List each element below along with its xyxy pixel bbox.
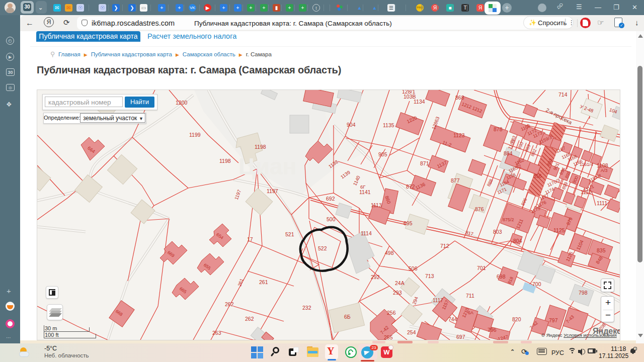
svg-text:796: 796 — [488, 327, 497, 333]
svg-text:1141: 1141 — [359, 189, 371, 195]
svg-text:254: 254 — [407, 329, 416, 335]
svg-text:262: 262 — [225, 301, 234, 307]
svg-text:232: 232 — [302, 305, 311, 311]
svg-text:820: 820 — [512, 316, 521, 322]
svg-text:262: 262 — [245, 316, 254, 322]
svg-text:713: 713 — [425, 273, 434, 279]
svg-text:803: 803 — [493, 229, 502, 235]
svg-text:714: 714 — [558, 92, 568, 98]
svg-text:1198: 1198 — [255, 144, 266, 150]
svg-text:700: 700 — [532, 281, 541, 287]
svg-text:1123: 1123 — [453, 132, 465, 138]
svg-text:1135: 1135 — [383, 122, 394, 128]
svg-text:698: 698 — [497, 274, 506, 280]
svg-text:1114: 1114 — [361, 230, 372, 236]
svg-text:871: 871 — [420, 160, 429, 166]
svg-text:695: 695 — [404, 220, 413, 226]
svg-text:712: 712 — [440, 243, 449, 249]
svg-text:24А: 24А — [395, 280, 405, 286]
svg-text:292: 292 — [371, 274, 380, 280]
svg-text:А/3: А/3 — [601, 168, 608, 173]
svg-text:522: 522 — [318, 245, 327, 251]
svg-text:798: 798 — [579, 290, 588, 296]
svg-text:521: 521 — [285, 231, 294, 237]
svg-text:17: 17 — [247, 236, 253, 242]
svg-text:878: 878 — [494, 126, 503, 132]
svg-text:744: 744 — [448, 316, 457, 322]
svg-text:1200: 1200 — [176, 100, 188, 106]
svg-text:261: 261 — [259, 279, 268, 285]
svg-text:701: 701 — [477, 265, 486, 271]
svg-text:697: 697 — [456, 334, 465, 340]
svg-text:103В: 103В — [404, 94, 416, 100]
svg-text:856: 856 — [533, 173, 542, 179]
svg-text:1199: 1199 — [189, 132, 201, 138]
svg-text:6Б: 6Б — [344, 314, 351, 320]
svg-text:506: 506 — [409, 265, 418, 272]
svg-text:498: 498 — [385, 250, 394, 256]
svg-text:1113: 1113 — [371, 202, 382, 208]
svg-text:255: 255 — [384, 334, 393, 340]
svg-text:877: 877 — [451, 177, 460, 184]
svg-text:293: 293 — [393, 290, 402, 296]
svg-text:Циан: Циан — [238, 153, 296, 179]
svg-text:500: 500 — [327, 216, 336, 222]
svg-text:876: 876 — [475, 206, 484, 212]
svg-text:1161/4: 1161/4 — [580, 162, 593, 167]
svg-text:1125: 1125 — [553, 227, 565, 233]
svg-text:1198: 1198 — [219, 158, 231, 164]
svg-text:875/2: 875/2 — [503, 217, 514, 222]
svg-text:872: 872 — [406, 184, 415, 190]
svg-text:797: 797 — [549, 317, 558, 323]
svg-text:6А: 6А — [468, 310, 473, 315]
svg-text:1111: 1111 — [597, 200, 607, 206]
svg-text:1197: 1197 — [267, 188, 278, 194]
svg-text:835: 835 — [597, 247, 606, 253]
svg-text:905: 905 — [378, 151, 387, 157]
svg-text:804: 804 — [513, 238, 522, 244]
svg-text:256: 256 — [387, 310, 396, 316]
svg-text:868: 868 — [455, 95, 464, 101]
svg-text:884: 884 — [504, 150, 513, 156]
svg-text:1117: 1117 — [433, 298, 443, 303]
svg-text:692: 692 — [326, 196, 335, 202]
svg-text:1110: 1110 — [581, 189, 592, 195]
svg-text:904: 904 — [347, 122, 356, 128]
svg-text:711: 711 — [466, 293, 474, 299]
svg-text:263: 263 — [212, 330, 221, 336]
